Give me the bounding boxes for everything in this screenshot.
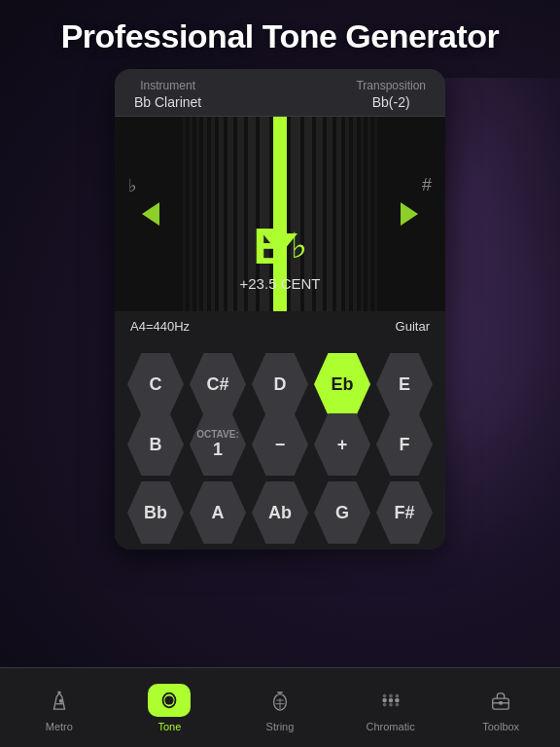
- instrument-label: Instrument: [140, 79, 195, 92]
- note-A[interactable]: A: [190, 481, 246, 544]
- octave-label: OCTAVE:: [196, 429, 239, 440]
- note-D[interactable]: D: [252, 353, 308, 415]
- note-B[interactable]: B: [127, 413, 184, 476]
- note-accidental: ♭: [291, 226, 307, 267]
- ref-instrument[interactable]: Guitar: [396, 319, 430, 334]
- main-content: Professional Tone Generator Instrument B…: [0, 0, 560, 747]
- note-F[interactable]: F: [376, 413, 433, 476]
- note-C-sharp[interactable]: C#: [190, 353, 246, 415]
- keyboard-row-3: Bb A Ab G F#: [124, 480, 436, 546]
- arrow-left-icon: [142, 202, 159, 226]
- octave-display: OCTAVE: 1: [190, 413, 246, 476]
- cent-display: +23.5 CENT: [240, 275, 321, 292]
- instrument-header: Instrument Bb Clarinet Transposition Bb(…: [115, 69, 445, 117]
- keyboard-row-1: C C# D Eb E: [124, 351, 436, 417]
- tuner-display: ♭ # E ♭ +23.5 CENT: [115, 117, 445, 311]
- transposition-value: Bb(-2): [372, 94, 410, 110]
- arrow-right-icon: [401, 202, 418, 226]
- sharp-label: #: [422, 175, 432, 196]
- octave-value: 1: [213, 440, 223, 460]
- octave-minus[interactable]: −: [252, 413, 308, 476]
- ref-freq[interactable]: A4=440Hz: [130, 319, 190, 334]
- page-title: Professional Tone Generator: [42, 0, 519, 69]
- note-E[interactable]: E: [376, 353, 433, 415]
- note-display: E ♭: [253, 221, 307, 271]
- keyboard-row-2: B OCTAVE: 1 − + F: [124, 411, 436, 478]
- needle-bar: [273, 117, 287, 233]
- reference-row: A4=440Hz Guitar: [115, 311, 445, 341]
- app-card: Instrument Bb Clarinet Transposition Bb(…: [115, 69, 445, 550]
- note-C[interactable]: C: [127, 353, 184, 415]
- note-name: E: [253, 221, 287, 271]
- keyboard-section: C C# D Eb E B OCTAVE: 1 − + F Bb A: [115, 341, 445, 550]
- instrument-col[interactable]: Instrument Bb Clarinet: [134, 79, 201, 110]
- note-F-sharp[interactable]: F#: [376, 481, 433, 544]
- octave-plus[interactable]: +: [314, 413, 370, 476]
- transposition-col[interactable]: Transposition Bb(-2): [356, 79, 426, 110]
- note-Eb[interactable]: Eb: [314, 353, 370, 415]
- note-G[interactable]: G: [314, 481, 370, 544]
- note-Ab[interactable]: Ab: [252, 481, 308, 544]
- transposition-label: Transposition: [356, 79, 426, 92]
- instrument-value: Bb Clarinet: [134, 94, 201, 110]
- flat-label: ♭: [128, 175, 136, 196]
- note-Bb[interactable]: Bb: [127, 481, 184, 544]
